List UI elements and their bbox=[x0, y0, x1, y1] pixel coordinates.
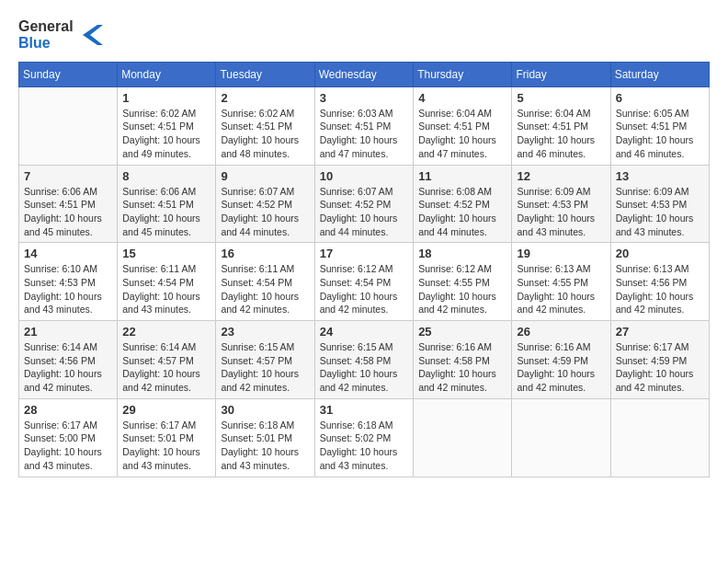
daylight: Daylight: 10 hours and 42 minutes. bbox=[122, 368, 200, 393]
sunrise: Sunrise: 6:03 AM bbox=[320, 108, 393, 119]
day-info: Sunrise: 6:13 AM Sunset: 4:56 PM Dayligh… bbox=[616, 262, 704, 316]
sunset: Sunset: 4:51 PM bbox=[517, 121, 588, 132]
sunset: Sunset: 4:51 PM bbox=[320, 121, 392, 132]
day-cell: 12 Sunrise: 6:09 AM Sunset: 4:53 PM Dayl… bbox=[512, 165, 610, 243]
daylight: Daylight: 10 hours and 42 minutes. bbox=[616, 368, 694, 393]
daylight: Daylight: 10 hours and 42 minutes. bbox=[517, 368, 595, 393]
sunrise: Sunrise: 6:12 AM bbox=[418, 263, 492, 274]
sunset: Sunset: 4:51 PM bbox=[221, 121, 292, 132]
day-cell bbox=[19, 86, 118, 165]
day-number: 23 bbox=[221, 325, 309, 339]
day-info: Sunrise: 6:15 AM Sunset: 4:57 PM Dayligh… bbox=[221, 340, 309, 395]
calendar-header: SundayMondayTuesdayWednesdayThursdayFrid… bbox=[19, 62, 710, 86]
day-info: Sunrise: 6:13 AM Sunset: 4:55 PM Dayligh… bbox=[517, 262, 605, 316]
sunset: Sunset: 4:53 PM bbox=[517, 199, 588, 210]
sunrise: Sunrise: 6:04 AM bbox=[517, 108, 590, 119]
logo-general-text: General bbox=[18, 18, 74, 35]
day-number: 5 bbox=[517, 91, 605, 105]
day-info: Sunrise: 6:06 AM Sunset: 4:51 PM Dayligh… bbox=[122, 185, 210, 239]
day-info: Sunrise: 6:12 AM Sunset: 4:55 PM Dayligh… bbox=[418, 262, 506, 316]
sunset: Sunset: 4:51 PM bbox=[122, 199, 194, 210]
daylight: Daylight: 10 hours and 43 minutes. bbox=[24, 291, 102, 316]
sunrise: Sunrise: 6:02 AM bbox=[221, 108, 294, 119]
daylight: Daylight: 10 hours and 44 minutes. bbox=[320, 213, 398, 237]
day-header-monday: Monday bbox=[118, 62, 216, 86]
day-info: Sunrise: 6:08 AM Sunset: 4:52 PM Dayligh… bbox=[418, 185, 506, 239]
sunset: Sunset: 4:59 PM bbox=[517, 355, 588, 366]
day-number: 20 bbox=[616, 247, 704, 260]
daylight: Daylight: 10 hours and 42 minutes. bbox=[616, 291, 694, 316]
week-row-4: 21 Sunrise: 6:14 AM Sunset: 4:56 PM Dayl… bbox=[19, 321, 710, 399]
daylight: Daylight: 10 hours and 44 minutes. bbox=[221, 213, 299, 237]
day-cell: 8 Sunrise: 6:06 AM Sunset: 4:51 PM Dayli… bbox=[118, 165, 216, 243]
sunrise: Sunrise: 6:18 AM bbox=[221, 419, 294, 431]
day-cell: 28 Sunrise: 6:17 AM Sunset: 5:00 PM Dayl… bbox=[19, 398, 118, 477]
day-header-tuesday: Tuesday bbox=[216, 62, 314, 86]
day-cell bbox=[512, 398, 610, 477]
day-number: 29 bbox=[122, 403, 210, 417]
day-number: 27 bbox=[616, 325, 704, 339]
daylight: Daylight: 10 hours and 46 minutes. bbox=[517, 134, 595, 159]
daylight: Daylight: 10 hours and 47 minutes. bbox=[320, 134, 398, 159]
week-row-3: 14 Sunrise: 6:10 AM Sunset: 4:53 PM Dayl… bbox=[19, 243, 710, 321]
day-cell: 26 Sunrise: 6:16 AM Sunset: 4:59 PM Dayl… bbox=[512, 321, 610, 399]
day-info: Sunrise: 6:17 AM Sunset: 5:00 PM Dayligh… bbox=[24, 419, 112, 473]
sunset: Sunset: 5:02 PM bbox=[320, 432, 392, 443]
svg-marker-0 bbox=[83, 25, 103, 45]
day-cell: 24 Sunrise: 6:15 AM Sunset: 4:58 PM Dayl… bbox=[314, 321, 413, 399]
day-number: 2 bbox=[221, 91, 309, 105]
daylight: Daylight: 10 hours and 49 minutes. bbox=[122, 134, 200, 159]
day-header-saturday: Saturday bbox=[610, 62, 709, 86]
sunset: Sunset: 4:54 PM bbox=[320, 277, 392, 288]
day-number: 11 bbox=[418, 169, 506, 183]
sunrise: Sunrise: 6:07 AM bbox=[221, 186, 294, 197]
daylight: Daylight: 10 hours and 43 minutes. bbox=[122, 291, 200, 316]
daylight: Daylight: 10 hours and 42 minutes. bbox=[517, 291, 595, 316]
day-info: Sunrise: 6:05 AM Sunset: 4:51 PM Dayligh… bbox=[616, 107, 704, 161]
day-info: Sunrise: 6:06 AM Sunset: 4:51 PM Dayligh… bbox=[24, 185, 112, 239]
day-info: Sunrise: 6:02 AM Sunset: 4:51 PM Dayligh… bbox=[122, 107, 210, 161]
day-info: Sunrise: 6:04 AM Sunset: 4:51 PM Dayligh… bbox=[418, 107, 506, 161]
day-number: 25 bbox=[418, 325, 506, 339]
day-cell: 21 Sunrise: 6:14 AM Sunset: 4:56 PM Dayl… bbox=[19, 321, 118, 399]
sunset: Sunset: 4:51 PM bbox=[418, 121, 490, 132]
day-info: Sunrise: 6:17 AM Sunset: 4:59 PM Dayligh… bbox=[616, 340, 704, 395]
day-cell: 17 Sunrise: 6:12 AM Sunset: 4:54 PM Dayl… bbox=[314, 243, 413, 321]
sunrise: Sunrise: 6:13 AM bbox=[517, 263, 590, 274]
day-cell: 1 Sunrise: 6:02 AM Sunset: 4:51 PM Dayli… bbox=[118, 86, 216, 165]
day-cell: 14 Sunrise: 6:10 AM Sunset: 4:53 PM Dayl… bbox=[19, 243, 118, 321]
day-info: Sunrise: 6:07 AM Sunset: 4:52 PM Dayligh… bbox=[320, 185, 408, 239]
sunset: Sunset: 4:56 PM bbox=[24, 355, 96, 366]
day-number: 16 bbox=[221, 247, 309, 260]
day-header-friday: Friday bbox=[512, 62, 610, 86]
day-cell: 5 Sunrise: 6:04 AM Sunset: 4:51 PM Dayli… bbox=[512, 86, 610, 165]
page-header: General Blue bbox=[18, 18, 710, 52]
logo: General Blue bbox=[18, 18, 107, 52]
daylight: Daylight: 10 hours and 42 minutes. bbox=[24, 368, 102, 393]
daylight: Daylight: 10 hours and 43 minutes. bbox=[24, 446, 102, 471]
sunrise: Sunrise: 6:07 AM bbox=[320, 186, 393, 197]
day-info: Sunrise: 6:02 AM Sunset: 4:51 PM Dayligh… bbox=[221, 107, 309, 161]
sunrise: Sunrise: 6:08 AM bbox=[418, 186, 492, 197]
daylight: Daylight: 10 hours and 47 minutes. bbox=[418, 134, 496, 159]
day-cell: 15 Sunrise: 6:11 AM Sunset: 4:54 PM Dayl… bbox=[118, 243, 216, 321]
day-number: 21 bbox=[24, 325, 112, 339]
daylight: Daylight: 10 hours and 43 minutes. bbox=[221, 446, 299, 471]
sunrise: Sunrise: 6:06 AM bbox=[122, 186, 196, 197]
day-info: Sunrise: 6:09 AM Sunset: 4:53 PM Dayligh… bbox=[517, 185, 605, 239]
sunset: Sunset: 4:54 PM bbox=[122, 277, 194, 288]
sunset: Sunset: 5:01 PM bbox=[221, 432, 292, 443]
day-cell: 31 Sunrise: 6:18 AM Sunset: 5:02 PM Dayl… bbox=[314, 398, 413, 477]
sunset: Sunset: 4:56 PM bbox=[616, 277, 688, 288]
sunrise: Sunrise: 6:17 AM bbox=[24, 419, 97, 431]
daylight: Daylight: 10 hours and 48 minutes. bbox=[221, 134, 299, 159]
day-info: Sunrise: 6:16 AM Sunset: 4:58 PM Dayligh… bbox=[418, 340, 506, 395]
day-info: Sunrise: 6:07 AM Sunset: 4:52 PM Dayligh… bbox=[221, 185, 309, 239]
day-cell: 11 Sunrise: 6:08 AM Sunset: 4:52 PM Dayl… bbox=[414, 165, 512, 243]
daylight: Daylight: 10 hours and 43 minutes. bbox=[517, 213, 595, 237]
day-number: 13 bbox=[616, 169, 704, 183]
daylight: Daylight: 10 hours and 42 minutes. bbox=[320, 368, 398, 393]
sunrise: Sunrise: 6:13 AM bbox=[616, 263, 689, 274]
sunset: Sunset: 5:00 PM bbox=[24, 432, 96, 443]
sunset: Sunset: 4:57 PM bbox=[122, 355, 194, 366]
